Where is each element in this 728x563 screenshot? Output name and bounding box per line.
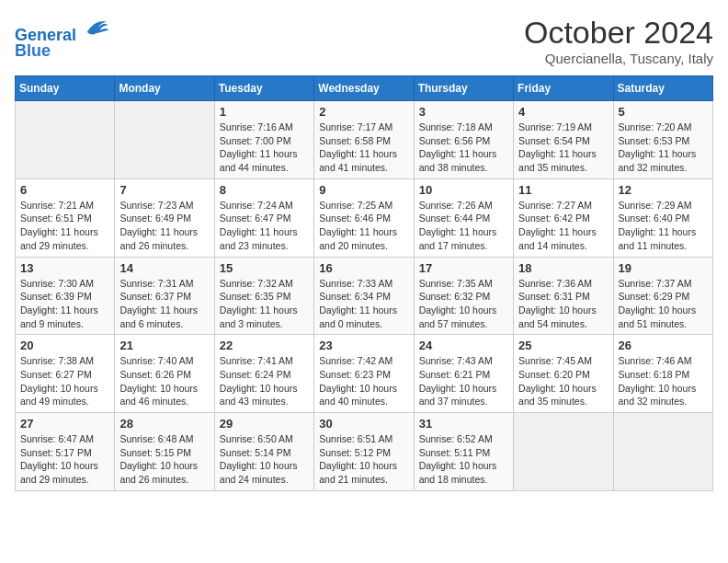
day-info: Sunrise: 6:48 AM Sunset: 5:15 PM Dayligh… xyxy=(119,432,209,487)
week-row-4: 20Sunrise: 7:38 AM Sunset: 6:27 PM Dayli… xyxy=(16,335,713,413)
day-info: Sunrise: 7:27 AM Sunset: 6:42 PM Dayligh… xyxy=(518,199,608,253)
day-cell: 23Sunrise: 7:42 AM Sunset: 6:23 PM Dayli… xyxy=(314,335,414,413)
day-number: 26 xyxy=(619,339,708,352)
header-row: SundayMondayTuesdayWednesdayThursdayFrid… xyxy=(16,76,713,101)
day-number: 14 xyxy=(119,261,209,275)
day-number: 5 xyxy=(619,105,708,119)
day-number: 1 xyxy=(220,105,309,119)
day-info: Sunrise: 7:38 AM Sunset: 6:27 PM Dayligh… xyxy=(20,354,109,408)
day-cell: 17Sunrise: 7:35 AM Sunset: 6:32 PM Dayli… xyxy=(414,257,513,335)
day-info: Sunrise: 7:32 AM Sunset: 6:35 PM Dayligh… xyxy=(220,277,309,331)
day-number: 19 xyxy=(619,261,708,275)
day-cell: 11Sunrise: 7:27 AM Sunset: 6:42 PM Dayli… xyxy=(514,178,613,257)
day-info: Sunrise: 6:50 AM Sunset: 5:14 PM Dayligh… xyxy=(220,432,309,487)
header-cell-sunday: Sunday xyxy=(16,76,115,101)
day-info: Sunrise: 7:25 AM Sunset: 6:46 PM Dayligh… xyxy=(319,199,408,253)
day-info: Sunrise: 7:40 AM Sunset: 6:26 PM Dayligh… xyxy=(119,354,209,408)
day-cell: 9Sunrise: 7:25 AM Sunset: 6:46 PM Daylig… xyxy=(314,178,414,257)
day-cell: 20Sunrise: 7:38 AM Sunset: 6:27 PM Dayli… xyxy=(16,335,115,413)
location: Quercianella, Tuscany, Italy xyxy=(524,51,713,66)
day-cell: 24Sunrise: 7:43 AM Sunset: 6:21 PM Dayli… xyxy=(414,335,513,413)
day-info: Sunrise: 7:43 AM Sunset: 6:21 PM Dayligh… xyxy=(419,354,508,408)
title-block: October 2024 Quercianella, Tuscany, Ital… xyxy=(524,15,713,66)
day-number: 12 xyxy=(619,183,708,197)
day-cell: 28Sunrise: 6:48 AM Sunset: 5:15 PM Dayli… xyxy=(115,413,214,491)
day-info: Sunrise: 7:37 AM Sunset: 6:29 PM Dayligh… xyxy=(619,277,708,331)
day-cell: 25Sunrise: 7:45 AM Sunset: 6:20 PM Dayli… xyxy=(514,335,613,413)
day-cell: 7Sunrise: 7:23 AM Sunset: 6:49 PM Daylig… xyxy=(115,178,214,257)
day-number: 25 xyxy=(518,339,608,352)
header-cell-friday: Friday xyxy=(514,76,613,101)
day-cell: 19Sunrise: 7:37 AM Sunset: 6:29 PM Dayli… xyxy=(613,257,712,335)
calendar-header: SundayMondayTuesdayWednesdayThursdayFrid… xyxy=(16,76,713,101)
day-cell: 6Sunrise: 7:21 AM Sunset: 6:51 PM Daylig… xyxy=(16,178,115,257)
day-info: Sunrise: 7:45 AM Sunset: 6:20 PM Dayligh… xyxy=(518,354,608,408)
day-cell: 22Sunrise: 7:41 AM Sunset: 6:24 PM Dayli… xyxy=(214,335,313,413)
logo: General Blue xyxy=(15,15,108,61)
day-number: 6 xyxy=(20,183,109,197)
month-title: October 2024 xyxy=(524,15,713,51)
day-number: 3 xyxy=(419,105,508,119)
day-number: 16 xyxy=(319,261,408,275)
day-cell: 31Sunrise: 6:52 AM Sunset: 5:11 PM Dayli… xyxy=(414,413,513,491)
calendar-table: SundayMondayTuesdayWednesdayThursdayFrid… xyxy=(15,75,713,491)
day-info: Sunrise: 7:42 AM Sunset: 6:23 PM Dayligh… xyxy=(319,354,408,408)
day-info: Sunrise: 7:23 AM Sunset: 6:49 PM Dayligh… xyxy=(119,199,209,253)
header-cell-wednesday: Wednesday xyxy=(314,76,414,101)
day-number: 23 xyxy=(319,339,408,352)
day-cell: 12Sunrise: 7:29 AM Sunset: 6:40 PM Dayli… xyxy=(613,178,712,257)
day-cell: 3Sunrise: 7:18 AM Sunset: 6:56 PM Daylig… xyxy=(414,101,513,179)
header-cell-saturday: Saturday xyxy=(613,76,712,101)
day-cell xyxy=(613,413,712,491)
day-info: Sunrise: 7:29 AM Sunset: 6:40 PM Dayligh… xyxy=(619,199,708,253)
day-info: Sunrise: 7:19 AM Sunset: 6:54 PM Dayligh… xyxy=(518,121,608,175)
day-cell: 1Sunrise: 7:16 AM Sunset: 7:00 PM Daylig… xyxy=(214,101,313,179)
day-cell: 4Sunrise: 7:19 AM Sunset: 6:54 PM Daylig… xyxy=(514,101,613,179)
header-cell-tuesday: Tuesday xyxy=(214,76,313,101)
page-header: General Blue October 2024 Quercianella, … xyxy=(15,15,713,66)
day-cell: 13Sunrise: 7:30 AM Sunset: 6:39 PM Dayli… xyxy=(16,257,115,335)
day-number: 31 xyxy=(419,417,508,431)
day-info: Sunrise: 7:31 AM Sunset: 6:37 PM Dayligh… xyxy=(119,277,209,331)
day-info: Sunrise: 7:41 AM Sunset: 6:24 PM Dayligh… xyxy=(220,354,309,408)
day-info: Sunrise: 7:46 AM Sunset: 6:18 PM Dayligh… xyxy=(619,354,708,408)
day-number: 17 xyxy=(419,261,508,275)
day-number: 21 xyxy=(119,339,209,352)
day-number: 4 xyxy=(518,105,608,119)
day-number: 9 xyxy=(319,183,408,197)
day-info: Sunrise: 7:35 AM Sunset: 6:32 PM Dayligh… xyxy=(419,277,508,331)
day-number: 27 xyxy=(20,417,109,431)
day-cell: 10Sunrise: 7:26 AM Sunset: 6:44 PM Dayli… xyxy=(414,178,513,257)
day-info: Sunrise: 6:52 AM Sunset: 5:11 PM Dayligh… xyxy=(419,432,508,487)
day-number: 13 xyxy=(20,261,109,275)
day-number: 30 xyxy=(319,417,408,431)
day-info: Sunrise: 7:26 AM Sunset: 6:44 PM Dayligh… xyxy=(419,199,508,253)
day-cell: 8Sunrise: 7:24 AM Sunset: 6:47 PM Daylig… xyxy=(214,178,313,257)
day-cell: 2Sunrise: 7:17 AM Sunset: 6:58 PM Daylig… xyxy=(314,101,414,179)
day-info: Sunrise: 7:30 AM Sunset: 6:39 PM Dayligh… xyxy=(20,277,109,331)
day-cell: 21Sunrise: 7:40 AM Sunset: 6:26 PM Dayli… xyxy=(115,335,214,413)
day-cell xyxy=(514,413,613,491)
week-row-5: 27Sunrise: 6:47 AM Sunset: 5:17 PM Dayli… xyxy=(16,413,713,491)
header-cell-thursday: Thursday xyxy=(414,76,513,101)
day-number: 7 xyxy=(119,183,209,197)
day-number: 15 xyxy=(220,261,309,275)
day-number: 18 xyxy=(518,261,608,275)
week-row-2: 6Sunrise: 7:21 AM Sunset: 6:51 PM Daylig… xyxy=(16,178,713,257)
day-cell: 15Sunrise: 7:32 AM Sunset: 6:35 PM Dayli… xyxy=(214,257,313,335)
day-number: 2 xyxy=(319,105,408,119)
day-info: Sunrise: 7:36 AM Sunset: 6:31 PM Dayligh… xyxy=(518,277,608,331)
day-info: Sunrise: 7:24 AM Sunset: 6:47 PM Dayligh… xyxy=(220,199,309,253)
day-cell: 30Sunrise: 6:51 AM Sunset: 5:12 PM Dayli… xyxy=(314,413,414,491)
day-info: Sunrise: 7:21 AM Sunset: 6:51 PM Dayligh… xyxy=(20,199,109,253)
day-number: 24 xyxy=(419,339,508,352)
day-cell: 26Sunrise: 7:46 AM Sunset: 6:18 PM Dayli… xyxy=(613,335,712,413)
day-cell: 27Sunrise: 6:47 AM Sunset: 5:17 PM Dayli… xyxy=(16,413,115,491)
day-cell xyxy=(16,101,115,179)
day-number: 29 xyxy=(220,417,309,431)
day-cell: 29Sunrise: 6:50 AM Sunset: 5:14 PM Dayli… xyxy=(214,413,313,491)
day-number: 28 xyxy=(119,417,209,431)
day-info: Sunrise: 7:18 AM Sunset: 6:56 PM Dayligh… xyxy=(419,121,508,175)
day-info: Sunrise: 7:33 AM Sunset: 6:34 PM Dayligh… xyxy=(319,277,408,331)
day-cell: 14Sunrise: 7:31 AM Sunset: 6:37 PM Dayli… xyxy=(115,257,214,335)
